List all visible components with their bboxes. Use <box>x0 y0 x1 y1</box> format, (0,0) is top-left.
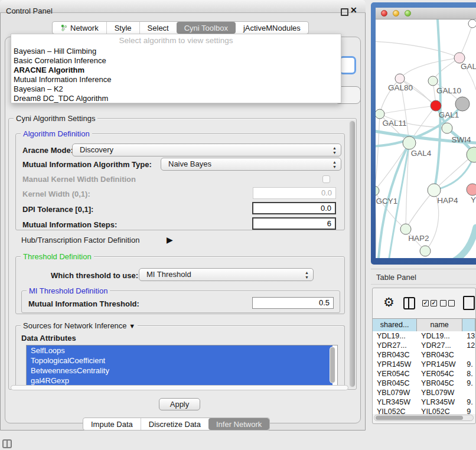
settings-vertical-scrollbar[interactable] <box>349 120 356 388</box>
close-traffic-light-icon[interactable] <box>381 10 387 17</box>
algorithm-option-bayesian-k2[interactable]: Bayesian – K2 <box>11 84 341 94</box>
network-edge-highlighted[interactable] <box>446 227 476 258</box>
settings-horizontal-scrollbar[interactable] <box>11 385 348 390</box>
network-node-label: Y <box>471 195 476 204</box>
network-node[interactable] <box>420 246 431 256</box>
expand-arrow-icon[interactable]: ▶ <box>167 235 173 244</box>
table-row[interactable]: YBR045CYBR045C9. <box>373 379 475 388</box>
algorithm-option-basic-correlation-inference[interactable]: Basic Correlation Inference <box>11 56 341 66</box>
table-cell: 13 <box>462 331 475 341</box>
table-cell: YDR27... <box>417 341 462 350</box>
mi-steps-field[interactable]: 6 <box>252 217 336 230</box>
network-node-gal11[interactable] <box>376 109 384 119</box>
unchecked-checkbox-icon[interactable] <box>448 300 455 306</box>
network-canvas[interactable]: GALGAL80GAL10GAL1GAL11SWI4GAL4GCY1HAP4YH… <box>376 19 476 258</box>
table-row[interactable]: YIL052CYIL052C9 <box>373 407 475 414</box>
attribute-item-betweennesscentrality[interactable]: BetweennessCentrality <box>27 366 332 376</box>
data-attributes-list[interactable]: SelfLoopsTopologicalCoefficientBetweenne… <box>26 345 338 386</box>
column-header-2[interactable] <box>462 319 475 332</box>
tab-network[interactable]: Network <box>53 22 106 34</box>
table-scrollbar-thumb[interactable] <box>376 416 463 420</box>
network-node-swi4[interactable] <box>442 123 452 133</box>
float-window-icon[interactable] <box>341 8 348 16</box>
checked-checkbox-icon[interactable]: ✓ <box>431 300 437 306</box>
bottom-tab-impute-data[interactable]: Impute Data <box>83 418 141 430</box>
bottom-tab-discretize-data[interactable]: Discretize Data <box>141 418 208 430</box>
focused-combo-fragment[interactable] <box>339 56 356 74</box>
network-edge[interactable] <box>376 114 380 191</box>
table-cell: YDL19... <box>373 331 417 341</box>
table-cell: YPR145W <box>417 360 462 369</box>
tab-jactivemnodules[interactable]: jActiveMNodules <box>236 22 308 34</box>
collapse-arrow-icon[interactable]: ▼ <box>129 322 135 331</box>
table-row[interactable]: YDL19...YDL19...13 <box>373 331 475 341</box>
network-edge[interactable] <box>434 156 471 190</box>
tab-label: jActiveMNodules <box>243 24 301 32</box>
network-node-gal80[interactable] <box>395 74 405 83</box>
tab-select[interactable]: Select <box>139 22 177 34</box>
tab-label: Cyni Toolbox <box>184 24 228 32</box>
attribute-item-gal4rgexp[interactable]: gal4RGexp <box>27 376 332 386</box>
network-node-hap4[interactable] <box>428 184 441 197</box>
network-edge[interactable] <box>406 190 434 229</box>
network-node[interactable] <box>467 147 476 162</box>
gear-icon[interactable]: ⚙ <box>383 295 395 309</box>
apply-button[interactable]: Apply <box>159 398 200 410</box>
dpi-tolerance-field[interactable]: 0.0 <box>252 202 336 214</box>
attribute-item-selfloops[interactable]: SelfLoops <box>27 345 332 356</box>
columns-icon[interactable] <box>403 297 415 309</box>
table-horizontal-scrollbar[interactable] <box>374 415 474 421</box>
zoom-traffic-light-icon[interactable] <box>405 10 411 17</box>
algorithm-option-aracne-algorithm[interactable]: ARACNE Algorithm <box>11 66 341 75</box>
bottom-tab-infer-network[interactable]: Infer Network <box>208 418 269 430</box>
table-row[interactable]: YBL079WYBL079W <box>373 388 475 397</box>
kernel-width-field[interactable]: 0.0 <box>253 187 336 199</box>
network-node-gcy1[interactable] <box>376 186 379 195</box>
table-row[interactable]: YLR345WYLR345W9. <box>373 397 475 407</box>
network-node[interactable] <box>468 19 476 28</box>
attributes-scrollbar[interactable] <box>330 347 335 383</box>
table-row[interactable]: YER054CYER054C8. <box>373 369 475 379</box>
table-row[interactable]: YDR27...YDR27...12 <box>373 341 475 350</box>
network-node-gal1[interactable] <box>431 100 441 111</box>
attributes-scrollbar-thumb[interactable] <box>330 347 335 383</box>
algorithm-option-dream8-dc-tdc-algorithm[interactable]: Dream8 DC_TDC Algorithm <box>11 94 341 103</box>
tab-label: Style <box>115 24 132 32</box>
minimized-panel-icon[interactable] <box>2 439 12 448</box>
network-window-titlebar[interactable] <box>376 8 476 19</box>
network-edge[interactable] <box>376 41 459 58</box>
tab-cyni-toolbox[interactable]: Cyni Toolbox <box>177 22 236 34</box>
table-row[interactable]: YBR043CYBR043C <box>373 350 475 360</box>
combo-arrows-icon: ▲▼ <box>305 270 309 280</box>
mi-type-combo[interactable]: Naive Bayes ▲▼ <box>161 158 341 171</box>
tab-label: Impute Data <box>91 420 133 429</box>
table-row[interactable]: YPR145WYPR145W9. <box>373 360 475 369</box>
network-node-y[interactable] <box>467 184 476 195</box>
network-graph: GALGAL80GAL10GAL1GAL11SWI4GAL4GCY1HAP4YH… <box>376 19 476 258</box>
which-threshold-combo[interactable]: MI Threshold ▲▼ <box>139 268 314 281</box>
network-node-gal4[interactable] <box>403 136 416 149</box>
network-node[interactable] <box>455 97 470 111</box>
column-header-shared[interactable]: shared... <box>373 319 417 332</box>
attribute-item-topologicalcoefficient[interactable]: TopologicalCoefficient <box>27 356 332 366</box>
dpi-tolerance-label: DPI Tolerance [0,1]: <box>22 205 93 214</box>
network-edge[interactable] <box>380 106 436 114</box>
aracne-mode-combo[interactable]: Discovery ▲▼ <box>72 144 341 156</box>
network-node-hap2[interactable] <box>400 224 411 234</box>
algorithm-option-bayesian-hill-climbing[interactable]: Bayesian – Hill Climbing <box>11 47 341 56</box>
column-header-name[interactable]: name <box>417 319 462 332</box>
algorithm-option-mutual-information-inference[interactable]: Mutual Information Inference <box>11 75 341 84</box>
close-icon[interactable]: ✕ <box>350 5 357 15</box>
checked-checkbox-icon[interactable]: ✓ <box>422 300 429 306</box>
mi-threshold-field[interactable]: 0.5 <box>252 297 334 309</box>
network-edge[interactable] <box>400 58 459 79</box>
algorithm-definition-title: Algorithm Definition <box>21 129 92 138</box>
manual-kernel-checkbox[interactable] <box>322 175 330 183</box>
unchecked-checkbox-icon[interactable] <box>440 300 446 306</box>
tab-style[interactable]: Style <box>106 22 139 34</box>
new-table-icon[interactable] <box>463 296 475 310</box>
minimize-traffic-light-icon[interactable] <box>393 10 399 17</box>
network-node-gal10[interactable] <box>428 76 438 86</box>
control-panel-titlebar[interactable] <box>0 0 366 13</box>
settings-scrollbar-thumb[interactable] <box>350 121 355 387</box>
